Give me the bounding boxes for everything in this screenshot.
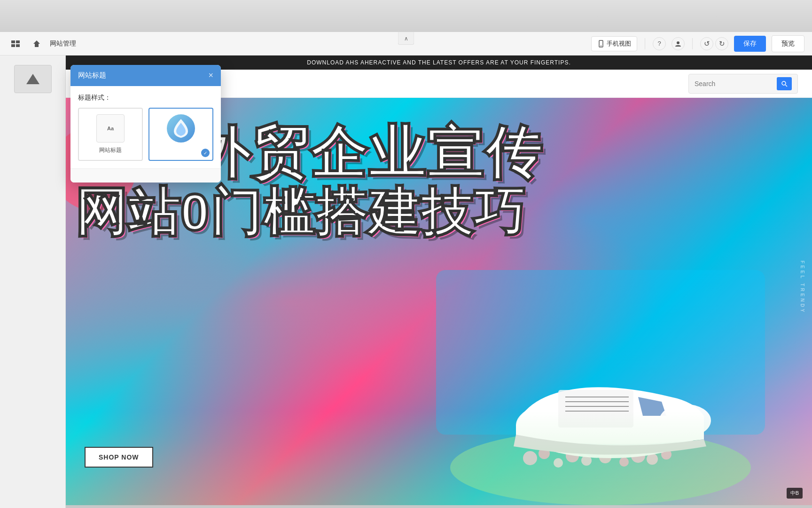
vertical-text-right: FEEL TRENDY <box>800 261 805 314</box>
svg-point-7 <box>782 81 786 85</box>
user-icon <box>675 40 681 47</box>
shop-now-button[interactable]: SHOP NOW <box>85 447 153 468</box>
dialog-option-text[interactable]: Aa 网站标题 <box>78 108 143 161</box>
mobile-view-label: 手机视图 <box>607 40 631 48</box>
undo-icon: ↺ <box>704 40 710 48</box>
home-icon <box>33 40 40 48</box>
option-text-preview: Aa <box>96 114 125 143</box>
toolbar-right: 手机视图 ? ↺ ↻ 保存 预览 <box>591 35 804 52</box>
hero-title-line2: 网站0门槛搭建技巧 <box>75 183 803 240</box>
help-icon: ? <box>657 40 661 47</box>
website-title-dialog: 网站标题 × 标题样式： Aa 网站标题 <box>70 65 221 183</box>
dialog-close-button[interactable]: × <box>208 71 213 80</box>
dialog-options: Aa 网站标题 ✓ <box>78 108 213 161</box>
site-mgmt-label[interactable]: 网站管理 <box>50 40 76 48</box>
search-button[interactable] <box>777 77 792 90</box>
option1-label: 网站标题 <box>99 147 122 153</box>
undo-redo-group: ↺ ↻ <box>700 37 728 50</box>
bottom-right-badge: 中B <box>787 488 803 499</box>
redo-btn[interactable]: ↻ <box>715 37 728 50</box>
flowers-area <box>66 411 812 505</box>
left-panel-icon[interactable] <box>14 65 52 93</box>
svg-point-6 <box>677 41 679 44</box>
mobile-view-btn[interactable]: 手机视图 <box>591 36 637 51</box>
mobile-icon <box>597 40 605 48</box>
svg-rect-0 <box>11 40 15 43</box>
search-icon <box>781 80 788 87</box>
user-btn[interactable] <box>671 37 685 50</box>
dialog-label: 标题样式： <box>78 94 213 102</box>
editor-toolbar: 网站管理 ∧ 手机视图 ? <box>0 32 812 56</box>
check-mark: ✓ <box>203 151 207 156</box>
site-icon-btn[interactable] <box>8 38 23 50</box>
search-input[interactable] <box>695 80 777 87</box>
toolbar-left: 网站管理 ∧ <box>8 37 584 50</box>
svg-rect-3 <box>16 44 20 47</box>
dialog-check-icon: ✓ <box>201 149 210 157</box>
scroll-arrow-icon: ∧ <box>404 35 408 42</box>
option-logo-preview <box>167 114 195 143</box>
undo-btn[interactable]: ↺ <box>700 37 713 50</box>
nav-search-box <box>688 74 798 94</box>
save-button[interactable]: 保存 <box>734 36 766 52</box>
divider1 <box>645 38 645 49</box>
dialog-body: 标题样式： Aa 网站标题 <box>70 86 221 168</box>
svg-point-5 <box>601 45 601 46</box>
mac-topbar <box>0 0 812 32</box>
svg-rect-1 <box>16 40 20 43</box>
divider2 <box>692 38 693 49</box>
home-icon-btn[interactable] <box>29 37 44 50</box>
option-text-label: Aa <box>107 126 114 131</box>
logo-shape-icon <box>172 118 190 139</box>
svg-line-8 <box>786 85 788 87</box>
dialog-header: 网站标题 × <box>70 65 221 86</box>
help-btn[interactable]: ? <box>653 37 666 50</box>
preview-button[interactable]: 预览 <box>772 35 804 52</box>
svg-rect-2 <box>11 44 15 47</box>
redo-icon: ↻ <box>719 40 725 48</box>
grid-icon <box>11 40 20 47</box>
scroll-arrow-btn[interactable]: ∧ <box>398 32 414 45</box>
dialog-title: 网站标题 <box>78 71 106 80</box>
announcement-text: DOWNLOAD AHS AHERACTIVE AND THE LATEST O… <box>307 59 571 66</box>
editor-area: DOWNLOAD AHS AHERACTIVE AND THE LATEST O… <box>0 56 812 508</box>
dialog-footer <box>70 168 221 183</box>
dialog-option-logo[interactable]: ✓ <box>148 108 213 161</box>
left-panel <box>0 56 66 508</box>
play-icon <box>26 74 39 84</box>
